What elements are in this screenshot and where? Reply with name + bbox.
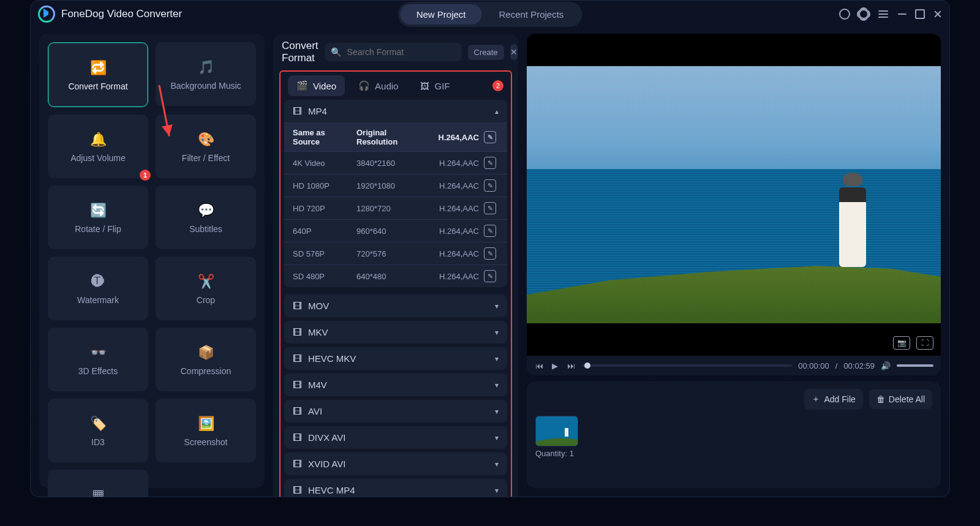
tab-recent-projects[interactable]: Recent Projects — [483, 4, 579, 24]
plus-icon: ＋ — [812, 394, 820, 405]
sidebar-item-watermark[interactable]: 🅣 Watermark — [48, 257, 148, 320]
menu-icon[interactable] — [877, 8, 889, 20]
close-panel-icon[interactable]: ✕ — [510, 44, 518, 60]
window-maximize-icon[interactable] — [915, 9, 925, 19]
preset-codec: H.264,AAC — [430, 159, 479, 168]
fullscreen-icon[interactable]: ⛶ — [916, 336, 933, 350]
sidebar-item-label: Adjust Volume — [70, 153, 126, 163]
edit-preset-icon[interactable]: ✎ — [484, 247, 496, 260]
sidebar-item-screenshot[interactable]: 🖼️ Screenshot — [156, 399, 256, 462]
snapshot-icon[interactable]: 📷 — [893, 336, 910, 350]
tab-gif[interactable]: 🖼 GIF — [412, 76, 458, 96]
trash-icon: 🗑 — [876, 394, 885, 404]
sidebar-item-compression[interactable]: 📦 Compression — [156, 328, 256, 391]
play-icon[interactable]: ▶ — [550, 361, 560, 370]
preset-resolution: 1280*720 — [356, 204, 425, 213]
preset-row[interactable]: 640P960*640H.264,AAC✎ — [284, 219, 507, 242]
video-frame — [527, 66, 941, 324]
preset-row[interactable]: SD 480P640*480H.264,AAC✎ — [284, 265, 507, 287]
sidebar-item-3d-effects[interactable]: 👓 3D Effects — [48, 328, 148, 391]
edit-preset-icon[interactable]: ✎ — [484, 225, 496, 237]
create-button[interactable]: Create — [468, 45, 504, 60]
format-hevc-mp4: 🎞HEVC MP4▾ — [284, 479, 507, 497]
sidebar-item-subtitles[interactable]: 💬 Subtitles — [156, 186, 256, 249]
preset-row[interactable]: HD 720P1280*720H.264,AAC✎ — [284, 197, 507, 219]
film-icon: 🎞 — [293, 380, 302, 390]
add-file-button[interactable]: ＋ Add File — [804, 389, 862, 410]
format-name: HEVC MP4 — [308, 485, 355, 495]
tab-video[interactable]: 🎬 Video — [288, 75, 345, 96]
format-header[interactable]: 🎞AVI▾ — [284, 400, 507, 423]
preset-row[interactable]: SD 576P720*576H.264,AAC✎ — [284, 242, 507, 265]
preset-name: Same as Source — [293, 128, 352, 146]
preset-codec: H.264,AAC — [430, 249, 479, 258]
tab-new-project[interactable]: New Project — [401, 4, 482, 24]
search-format[interactable]: 🔍 — [325, 43, 462, 61]
sidebar-item-rotate-flip[interactable]: 🔄 Rotate / Flip — [48, 186, 148, 249]
preset-row[interactable]: Same as SourceOriginal ResolutionH.264,A… — [284, 122, 507, 151]
sidebar-item-more[interactable]: ▦ More — [48, 470, 148, 497]
format-name: MOV — [308, 301, 329, 311]
prev-icon[interactable]: ⏮ — [534, 361, 544, 370]
edit-preset-icon[interactable]: ✎ — [484, 270, 496, 282]
sidebar-item-adjust-volume[interactable]: 🔔 Adjust Volume 1 — [48, 115, 148, 178]
preset-codec: H.264,AAC — [430, 227, 479, 236]
format-header[interactable]: 🎞HEVC MKV▾ — [284, 347, 507, 370]
format-name: AVI — [308, 406, 322, 416]
edit-preset-icon[interactable]: ✎ — [484, 179, 496, 192]
edit-preset-icon[interactable]: ✎ — [484, 131, 496, 143]
window-minimize-icon[interactable] — [898, 13, 907, 15]
next-icon[interactable]: ⏭ — [566, 361, 576, 370]
volume-icon[interactable]: 🔊 — [881, 361, 891, 370]
preset-row[interactable]: HD 1080P1920*1080H.264,AAC✎ — [284, 174, 507, 197]
settings-icon[interactable] — [859, 9, 869, 19]
app-body: 🔁 Convert Format 🎵 Background Music 🔔 Ad… — [31, 28, 949, 497]
preset-row[interactable]: 4K Video3840*2160H.264,AAC✎ — [284, 151, 507, 174]
edit-preset-icon[interactable]: ✎ — [484, 157, 496, 169]
app-title: FoneDog Video Converter — [61, 8, 182, 20]
window-close-icon[interactable] — [933, 10, 942, 18]
preset-name: 640P — [293, 227, 352, 236]
format-header[interactable]: 🎞M4V▾ — [284, 374, 507, 396]
format-header[interactable]: 🎞MOV▾ — [284, 295, 507, 317]
format-mkv: 🎞MKV▾ — [284, 321, 507, 344]
sidebar-item-filter-effect[interactable]: 🎨 Filter / Effect — [156, 115, 256, 178]
video-screen[interactable]: 📷 ⛶ — [527, 34, 941, 356]
more-icon: ▦ — [88, 486, 108, 497]
format-header[interactable]: 🎞XVID AVI▾ — [284, 453, 507, 475]
filter-icon: 🎨 — [195, 131, 216, 148]
volume-bar[interactable] — [897, 364, 933, 367]
delete-all-label: Delete All — [889, 394, 925, 404]
format-header[interactable]: 🎞MKV▾ — [284, 321, 507, 344]
tab-audio[interactable]: 🎧 Audio — [350, 75, 407, 96]
delete-all-button[interactable]: 🗑 Delete All — [869, 389, 932, 409]
queue-item[interactable] — [535, 416, 578, 446]
format-name: HEVC MKV — [308, 353, 356, 364]
titlebar: FoneDog Video Converter New Project Rece… — [31, 1, 949, 28]
watermark-icon: 🅣 — [88, 273, 108, 290]
film-icon: 🎞 — [293, 406, 302, 416]
add-file-label: Add File — [824, 394, 855, 404]
tab-label: Audio — [375, 81, 398, 91]
sidebar-item-label: Crop — [197, 295, 215, 305]
format-header[interactable]: 🎞DIVX AVI▾ — [284, 426, 507, 449]
search-input[interactable] — [346, 47, 456, 58]
preset-list: Same as SourceOriginal ResolutionH.264,A… — [284, 122, 507, 287]
format-name: MP4 — [308, 106, 327, 116]
sidebar-item-id3[interactable]: 🏷️ ID3 — [48, 399, 148, 462]
format-xvid-avi: 🎞XVID AVI▾ — [284, 453, 507, 475]
seek-bar[interactable] — [582, 364, 792, 367]
time-duration: 00:02:59 — [843, 361, 875, 370]
music-icon: 🎵 — [195, 59, 216, 76]
film-icon: 🎞 — [293, 327, 302, 337]
account-icon[interactable] — [839, 9, 850, 20]
format-mov: 🎞MOV▾ — [284, 295, 507, 317]
sidebar-item-crop[interactable]: ✂️ Crop — [156, 257, 256, 320]
edit-preset-icon[interactable]: ✎ — [484, 202, 496, 214]
format-header[interactable]: 🎞HEVC MP4▾ — [284, 479, 507, 497]
sidebar-item-background-music[interactable]: 🎵 Background Music — [156, 42, 256, 106]
format-header[interactable]: 🎞 MP4 ▴ — [284, 100, 507, 122]
format-name: M4V — [308, 380, 327, 390]
sidebar-item-convert-format[interactable]: 🔁 Convert Format — [48, 42, 148, 107]
chevron-down-icon: ▾ — [495, 381, 499, 389]
